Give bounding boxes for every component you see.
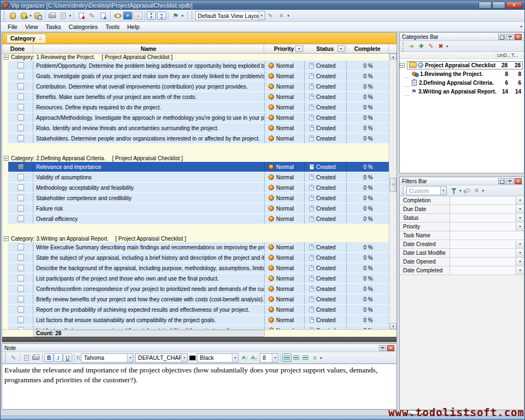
column-header-name[interactable]: Name bbox=[33, 44, 264, 53]
toolbar-grip[interactable] bbox=[3, 11, 5, 20]
task-row[interactable]: Benefits. Make sure benefits of your pro… bbox=[8, 92, 389, 102]
task-checkbox[interactable] bbox=[18, 306, 24, 313]
restore-icon[interactable] bbox=[498, 178, 505, 184]
font-size-combo[interactable]: 8 ▾ bbox=[260, 353, 278, 363]
note-text[interactable]: Evaluate the relevance and importance of… bbox=[2, 364, 396, 409]
task-row[interactable]: Methodology acceptability and feasibilit… bbox=[8, 183, 389, 193]
priority-filter-dropdown[interactable]: ▾ bbox=[295, 45, 302, 52]
task-row[interactable]: Confirm/disconfirm correspondence of you… bbox=[8, 284, 389, 294]
font-name-dropdown[interactable]: ▾ bbox=[127, 354, 133, 362]
close-button[interactable]: ✕ bbox=[506, 2, 522, 9]
column-header-complete[interactable]: Complete bbox=[346, 44, 389, 53]
menu-tools[interactable]: Tools bbox=[102, 23, 124, 31]
scrollbar-thumb[interactable] bbox=[390, 178, 396, 192]
new-task-button[interactable] bbox=[75, 10, 86, 21]
filter-value-field[interactable] bbox=[450, 231, 524, 240]
bold-button[interactable]: B bbox=[44, 353, 54, 362]
note-page-button[interactable] bbox=[22, 353, 31, 362]
task-checkbox[interactable] bbox=[18, 83, 24, 90]
task-row[interactable]: Goals. Investigate goals of your project… bbox=[8, 71, 389, 81]
task-row[interactable]: List factors that ensure sustainability … bbox=[8, 315, 389, 325]
font-color-combo[interactable]: Black ▾ bbox=[197, 353, 238, 363]
column-header-priority[interactable]: Priority▾ bbox=[264, 44, 304, 53]
filter-preset-dropdown[interactable]: ▾ bbox=[440, 186, 446, 195]
note-edit-button[interactable]: ✎ bbox=[9, 353, 18, 362]
pin-icon[interactable] bbox=[506, 34, 514, 40]
tree-item[interactable]: ⚑3.Writing an Appraisal Report.1414 bbox=[400, 87, 524, 96]
task-checkbox[interactable] bbox=[18, 104, 24, 110]
task-checkbox[interactable] bbox=[18, 114, 24, 121]
category-header-row[interactable]: Category: 1.Reviewing the Project.[ Proj… bbox=[2, 54, 389, 61]
task-row[interactable]: Overall efficiencyNormalCreated0 % bbox=[8, 214, 389, 224]
filter-value-field[interactable] bbox=[450, 258, 516, 266]
task-row[interactable]: Problem/Opportunity. Determine the probl… bbox=[8, 61, 389, 71]
task-checkbox[interactable] bbox=[18, 317, 24, 323]
category-header-row[interactable]: Category: 2.Defining Appraisal Criteria.… bbox=[2, 155, 389, 162]
task-row[interactable]: Risks. Identify and review threats and u… bbox=[8, 123, 389, 133]
filter-value-field[interactable] bbox=[450, 249, 516, 257]
new-category-button[interactable]: ➜ bbox=[406, 42, 416, 51]
task-checkbox[interactable] bbox=[18, 125, 24, 131]
filter-value-field[interactable] bbox=[450, 205, 516, 213]
align-right-button[interactable] bbox=[301, 353, 310, 362]
note-close-icon[interactable]: ✕ bbox=[387, 345, 394, 351]
minimize-button[interactable]: — bbox=[479, 2, 492, 9]
task-checkbox[interactable] bbox=[18, 215, 24, 222]
status-filter-dropdown[interactable]: ▾ bbox=[337, 45, 345, 52]
filter-dropdown-icon[interactable]: ▾ bbox=[516, 223, 524, 231]
task-checkbox[interactable] bbox=[18, 285, 24, 292]
align-left-button[interactable] bbox=[282, 353, 291, 362]
task-row[interactable]: Resources. Define inputs required to do … bbox=[8, 102, 389, 113]
note-print-button[interactable] bbox=[31, 353, 40, 362]
toolbar-grip[interactable] bbox=[191, 11, 194, 20]
tree-collapse-icon[interactable] bbox=[400, 63, 405, 68]
filter-dropdown-icon[interactable]: ▾ bbox=[516, 258, 524, 266]
toolbar-grip[interactable] bbox=[402, 42, 405, 51]
filter-dropdown-icon[interactable]: ▾ bbox=[516, 214, 524, 222]
collapse-all-button[interactable]: ▲▲ bbox=[157, 11, 166, 20]
charset-dropdown[interactable]: ▾ bbox=[181, 354, 187, 362]
column-header-done[interactable]: Done bbox=[2, 44, 33, 53]
menu-view[interactable]: View bbox=[21, 23, 42, 31]
column-header-status[interactable]: Status▾ bbox=[304, 44, 346, 53]
view-notes-button[interactable] bbox=[112, 10, 123, 21]
pin-icon[interactable] bbox=[506, 178, 514, 184]
apply-filter-button[interactable] bbox=[449, 186, 459, 195]
layout-combo-dropdown[interactable]: ▾ bbox=[259, 11, 265, 20]
menu-tasks[interactable]: Tasks bbox=[42, 23, 65, 31]
open-database-caret-icon[interactable]: ▾ bbox=[30, 10, 32, 21]
categories-toolbar-caret-icon[interactable]: ▾ bbox=[446, 41, 448, 51]
task-row[interactable]: Stakeholder competence and credibilityNo… bbox=[8, 193, 389, 203]
save-layout-button[interactable]: ✎ bbox=[265, 10, 276, 21]
layout-combo[interactable]: Default Task View Layout ▾ bbox=[195, 11, 265, 20]
collapse-icon[interactable] bbox=[4, 55, 9, 60]
move-up-button[interactable]: ▲ bbox=[133, 11, 143, 20]
collapse-icon[interactable] bbox=[4, 156, 9, 161]
task-checkbox[interactable] bbox=[18, 265, 24, 271]
task-checkbox[interactable] bbox=[18, 244, 24, 250]
print-preview-button[interactable] bbox=[58, 10, 69, 21]
grid-vertical-scrollbar[interactable]: ▲ ▼ bbox=[389, 54, 396, 329]
layout-caret-icon[interactable]: ▾ bbox=[288, 10, 290, 21]
task-checkbox[interactable] bbox=[18, 73, 24, 79]
task-row[interactable]: Report on the probability of achieving e… bbox=[8, 305, 389, 315]
move-down-button[interactable]: ▼ bbox=[123, 11, 132, 20]
filter-flag-caret-icon[interactable]: ▾ bbox=[182, 10, 184, 21]
task-checkbox[interactable] bbox=[18, 135, 24, 142]
menubar-overflow-icon[interactable]: ▾ bbox=[520, 25, 522, 29]
category-header-row[interactable]: Category: 3.Writing an Appraisal Report.… bbox=[2, 235, 389, 242]
filter-dropdown-icon[interactable]: ▾ bbox=[516, 249, 524, 257]
task-row[interactable]: Contribution. Determine what overall imp… bbox=[8, 81, 389, 92]
remove-filter-button[interactable]: ✖ bbox=[472, 186, 482, 195]
task-checkbox[interactable] bbox=[18, 174, 24, 180]
toolbar-grip[interactable] bbox=[5, 353, 7, 362]
underline-button[interactable]: U bbox=[63, 353, 72, 362]
task-checkbox[interactable] bbox=[18, 296, 24, 302]
pin-icon[interactable] bbox=[379, 345, 386, 351]
filter-value-field[interactable] bbox=[450, 196, 516, 205]
task-checkbox[interactable] bbox=[18, 184, 24, 191]
task-row[interactable]: Validity of assumptionsNormalCreated0 % bbox=[8, 172, 389, 183]
align-center-button[interactable] bbox=[291, 353, 301, 362]
filter-dropdown-icon[interactable]: ▾ bbox=[516, 240, 524, 248]
tree-item[interactable]: Project Appraisal Checklist2828 bbox=[400, 61, 524, 69]
